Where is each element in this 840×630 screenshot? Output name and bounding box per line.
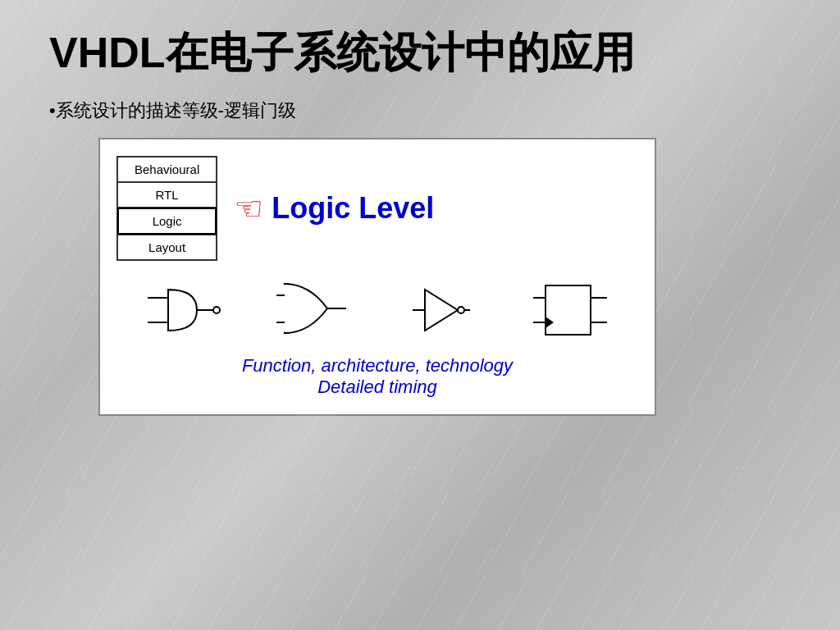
and-gate [148, 281, 213, 339]
bottom-line1: Function, architecture, technology [116, 355, 638, 377]
buffer-gate [413, 281, 470, 339]
svg-point-3 [213, 307, 220, 313]
svg-marker-8 [425, 290, 458, 331]
bottom-text: Function, architecture, technology Detai… [116, 355, 638, 398]
level-logic: Logic [117, 208, 217, 235]
level-list: Behavioural RTL Logic Layout [116, 156, 217, 261]
pointing-hand-icon: ☞ [234, 189, 263, 227]
logic-label-area: ☞ Logic Level [234, 189, 434, 227]
level-rtl: RTL [117, 182, 217, 208]
svg-point-9 [458, 307, 464, 313]
logic-level-label: Logic Level [272, 191, 434, 226]
or-gate [276, 277, 350, 343]
level-layout: Layout [117, 235, 217, 260]
bottom-line2: Detailed timing [116, 377, 638, 398]
svg-rect-13 [546, 285, 591, 335]
page-title: VHDL在电子系统设计中的应用 [49, 25, 791, 82]
gates-row [116, 277, 638, 343]
main-content: VHDL在电子系统设计中的应用 •系统设计的描述等级-逻辑门级 Behaviou… [0, 0, 840, 441]
diagram-top: Behavioural RTL Logic Layout ☞ Logic Lev… [116, 156, 638, 261]
diagram-container: Behavioural RTL Logic Layout ☞ Logic Lev… [98, 138, 656, 416]
subtitle: •系统设计的描述等级-逻辑门级 [49, 98, 791, 123]
flipflop [533, 277, 607, 343]
level-behavioural: Behavioural [117, 157, 217, 182]
